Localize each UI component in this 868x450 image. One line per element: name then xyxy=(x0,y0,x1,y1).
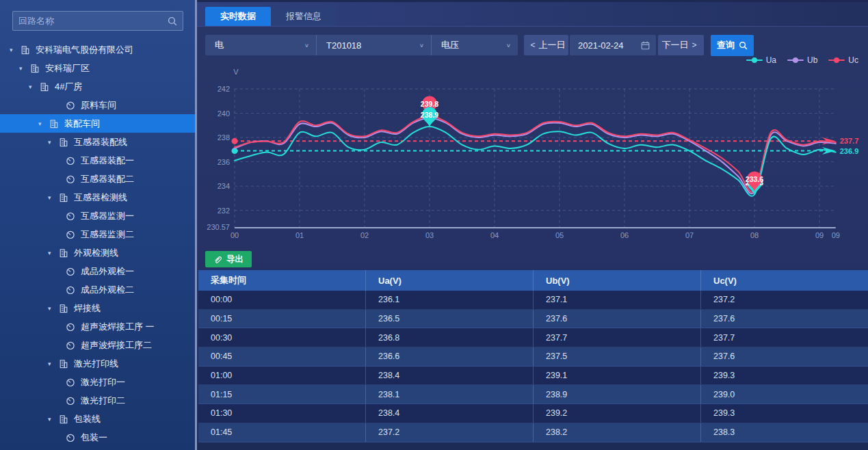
tree-item-label: 成品外观检一 xyxy=(81,265,134,278)
table-cell: 00:30 xyxy=(198,328,366,347)
legend-item-ua[interactable]: Ua xyxy=(746,55,776,65)
energy-type-value: 电 xyxy=(215,39,224,51)
tree-item[interactable]: ▾装配车间 xyxy=(0,114,195,133)
tree-item[interactable]: 互感器监测二 xyxy=(0,225,195,243)
tree-expander-icon[interactable]: ▾ xyxy=(29,83,40,90)
svg-text:242: 242 xyxy=(218,85,230,93)
chevron-down-icon: ∨ xyxy=(506,42,511,49)
building-icon xyxy=(59,193,68,202)
tree-expander-icon[interactable]: ▾ xyxy=(48,139,59,146)
tree-item[interactable]: 超声波焊接工序 一 xyxy=(0,317,195,336)
tree-item[interactable]: ▾激光打印线 xyxy=(0,354,195,373)
table-row[interactable]: 00:15236.5237.6237.6 xyxy=(198,310,868,329)
gauge-icon xyxy=(66,322,75,332)
tree-expander-icon[interactable]: ▾ xyxy=(19,65,30,72)
svg-text:234: 234 xyxy=(218,182,230,190)
filter-dropdown-group: 电 ∨ T201018 ∨ 电压 ∨ xyxy=(205,35,518,55)
search-icon[interactable] xyxy=(168,16,177,26)
legend-item-ub[interactable]: Ub xyxy=(787,55,817,65)
table-cell: 237.2 xyxy=(701,291,868,309)
tree-item[interactable]: 成品外观检二 xyxy=(0,280,195,299)
prev-day-button[interactable]: < 上一日 xyxy=(524,35,568,55)
tree-item[interactable]: ▾包装线 xyxy=(0,410,195,428)
circuit-search-input[interactable] xyxy=(18,16,168,26)
tree-item-label: 安科瑞厂区 xyxy=(45,62,90,75)
tree-item[interactable]: ▾外观检测线 xyxy=(0,243,195,262)
date-input[interactable]: 2021-02-24 xyxy=(570,35,656,55)
table-cell: 239.1 xyxy=(534,367,701,385)
table-row[interactable]: 00:00236.1237.1237.2 xyxy=(198,291,868,310)
legend-label: Ub xyxy=(807,55,817,65)
table-header-row: 采集时间Ua(V)Ub(V)Uc(V) xyxy=(198,270,868,291)
export-button[interactable]: 导出 xyxy=(205,251,252,267)
tree-expander-icon[interactable]: ▾ xyxy=(48,250,59,256)
filter-bar: 电 ∨ T201018 ∨ 电压 ∨ < 上一日 2021-02-24 xyxy=(205,35,754,55)
table-cell: 238.2 xyxy=(534,423,701,442)
tree-item[interactable]: 激光打印一 xyxy=(0,373,195,391)
svg-text:236.9: 236.9 xyxy=(840,147,859,155)
tree-expander-icon[interactable]: ▾ xyxy=(48,360,59,367)
building-icon xyxy=(59,414,68,424)
tree-item[interactable]: ▾互感器装配线 xyxy=(0,133,195,151)
legend-label: Uc xyxy=(848,55,858,65)
chart-legend: UaUbUc xyxy=(746,55,858,65)
table-row[interactable]: 01:00238.4239.1239.3 xyxy=(198,367,868,386)
gauge-icon xyxy=(66,341,75,350)
tree-item[interactable]: ▾互感器检测线 xyxy=(0,188,195,207)
tree-item-label: 原料车间 xyxy=(81,99,116,111)
table-row[interactable]: 00:30236.8237.7237.7 xyxy=(198,328,868,347)
tree-item-label: 激光打印线 xyxy=(74,358,118,370)
tree-item[interactable]: 互感器装配二 xyxy=(0,170,195,188)
tree-item[interactable]: 包装一 xyxy=(0,428,195,447)
tree-item[interactable]: 原料车间 xyxy=(0,96,195,114)
legend-item-uc[interactable]: Uc xyxy=(828,55,858,65)
tree-expander-icon[interactable]: ▾ xyxy=(48,194,59,201)
table-row[interactable]: 01:30238.4239.2239.3 xyxy=(198,404,868,423)
device-select[interactable]: T201018 ∨ xyxy=(316,35,431,55)
tree-expander-icon[interactable]: ▾ xyxy=(48,416,59,423)
chevron-right-icon: > xyxy=(692,40,696,50)
tree-item[interactable]: 成品外观检一 xyxy=(0,262,195,280)
energy-type-select[interactable]: 电 ∨ xyxy=(205,35,316,55)
table-cell: 237.7 xyxy=(701,328,868,347)
chevron-down-icon: ∨ xyxy=(419,42,424,49)
table-row[interactable]: 01:45237.2238.2238.3 xyxy=(198,423,868,442)
tree-item[interactable]: 互感器监测一 xyxy=(0,207,195,225)
tab-realtime-data[interactable]: 实时数据 xyxy=(205,7,271,26)
gauge-icon xyxy=(66,267,75,276)
tree-item-label: 超声波焊接工序二 xyxy=(81,339,152,352)
table-cell: 239.3 xyxy=(701,367,868,385)
svg-text:230.57: 230.57 xyxy=(207,223,230,231)
tree-item[interactable]: 激光打印二 xyxy=(0,391,195,410)
tree-expander-icon[interactable]: ▾ xyxy=(48,305,59,312)
tree-expander-icon[interactable]: ▾ xyxy=(10,47,21,53)
tree-item[interactable]: ▾安科瑞电气股份有限公司 xyxy=(0,40,195,59)
next-day-button[interactable]: 下一日 > xyxy=(658,35,704,55)
table-cell: 238.9 xyxy=(534,385,701,403)
tree-item[interactable]: ▾焊接线 xyxy=(0,299,195,317)
svg-text:233.6: 233.6 xyxy=(746,175,763,183)
app-root: ▾安科瑞电气股份有限公司▾安科瑞厂区▾4#厂房原料车间▾装配车间▾互感器装配线互… xyxy=(0,0,868,450)
tree-item[interactable]: 超声波焊接工序二 xyxy=(0,336,195,354)
metric-select[interactable]: 电压 ∨ xyxy=(431,35,518,55)
svg-text:09: 09 xyxy=(815,231,824,239)
main-panel: 实时数据 报警信息 电 ∨ T201018 ∨ 电压 ∨ < xyxy=(197,0,868,450)
tree-item[interactable]: ▾4#厂房 xyxy=(0,77,195,96)
tree-item-label: 4#厂房 xyxy=(55,81,82,93)
sidebar: ▾安科瑞电气股份有限公司▾安科瑞厂区▾4#厂房原料车间▾装配车间▾互感器装配线互… xyxy=(0,0,195,450)
svg-text:238.9: 238.9 xyxy=(421,111,438,119)
svg-text:00: 00 xyxy=(231,231,239,239)
legend-marker xyxy=(746,57,763,63)
table-cell: 01:00 xyxy=(198,367,366,385)
tab-alarm-info[interactable]: 报警信息 xyxy=(271,7,337,26)
tree-item[interactable]: 互感器装配一 xyxy=(0,151,195,170)
voltage-chart: 242240238236234232230.57V000102030405060… xyxy=(197,65,868,248)
table-cell: 236.8 xyxy=(366,328,534,347)
tree-item[interactable]: ▾安科瑞厂区 xyxy=(0,59,195,77)
table-row[interactable]: 00:45236.6237.5237.6 xyxy=(198,347,868,367)
svg-text:239.8: 239.8 xyxy=(421,100,438,108)
table-row[interactable]: 01:15238.1238.9239.0 xyxy=(198,385,868,404)
tree-expander-icon[interactable]: ▾ xyxy=(38,120,49,127)
gauge-icon xyxy=(66,101,75,110)
query-button[interactable]: 查询 xyxy=(711,35,754,56)
